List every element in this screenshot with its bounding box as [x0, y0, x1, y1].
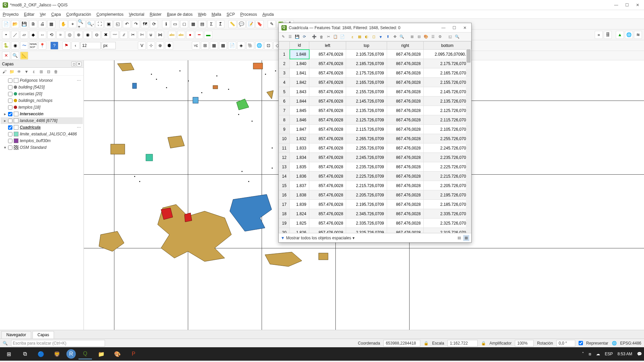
attr-table[interactable]: idlefttoprightbottom11.848857.476,00282.…: [279, 41, 471, 233]
open-project-icon[interactable]: 📂: [11, 20, 19, 28]
new-field-icon[interactable]: ⊞: [409, 34, 415, 40]
table-row[interactable]: 181.824857.476,00282.345.726,0709867.476…: [279, 209, 471, 219]
zoom-full-icon[interactable]: ⛶: [96, 20, 104, 28]
bookmark-icon[interactable]: 🔖: [256, 20, 264, 28]
layer-checkbox[interactable]: [8, 125, 12, 130]
move-feature-icon[interactable]: ↔: [38, 31, 46, 39]
attr-scrollbar[interactable]: [466, 49, 471, 233]
rot-field[interactable]: 0,0 °: [556, 340, 575, 347]
snap-icon[interactable]: ⊹: [147, 42, 155, 50]
qgis-task-icon[interactable]: Q: [78, 349, 92, 359]
label-poly-icon[interactable]: ▬: [204, 31, 212, 39]
row-header[interactable]: 5: [279, 87, 290, 97]
dropbox-icon[interactable]: ⧈: [589, 352, 591, 356]
save-icon[interactable]: 💾: [20, 20, 28, 28]
layout-manager-icon[interactable]: ▦: [47, 20, 55, 28]
remove-icon[interactable]: 🗑: [53, 69, 59, 75]
amp-field[interactable]: 100%: [515, 340, 534, 347]
row-header[interactable]: 18: [279, 209, 290, 219]
add-ring-icon[interactable]: ◎: [65, 31, 73, 39]
panel-float-icon[interactable]: ◻: [71, 62, 76, 66]
zoom-last-icon[interactable]: ↶: [123, 20, 131, 28]
lock-icon[interactable]: 🔒: [481, 341, 486, 346]
label-point-icon[interactable]: ●: [186, 31, 194, 39]
menu-ver[interactable]: Ver: [40, 12, 46, 17]
merge-attr-icon[interactable]: ⋈: [156, 31, 164, 39]
col-left[interactable]: left: [309, 42, 346, 50]
attr-close-button[interactable]: ✕: [463, 25, 467, 30]
fill-ring-icon[interactable]: ◉: [84, 31, 92, 39]
pan-to-selected-icon[interactable]: ✥: [392, 34, 398, 40]
row-header[interactable]: 15: [279, 181, 290, 190]
row-header[interactable]: 12: [279, 153, 290, 162]
powerpoint-icon[interactable]: P: [127, 349, 140, 359]
table-row[interactable]: 151.837857.476,00282.215.726,0709867.476…: [279, 181, 471, 190]
label-line-icon[interactable]: ━: [195, 31, 203, 39]
rotate-feature-icon[interactable]: ⟲: [47, 31, 55, 39]
menu-proyecto[interactable]: Proyecto: [3, 12, 18, 17]
row-header[interactable]: 6: [279, 97, 290, 106]
chevron-right-icon[interactable]: »: [595, 31, 603, 39]
minimize-button[interactable]: —: [614, 3, 619, 7]
attr-minimize-button[interactable]: —: [441, 25, 446, 30]
epsg-label[interactable]: EPSG:4486: [620, 341, 641, 346]
style-icon[interactable]: 🖌: [1, 69, 7, 75]
table-row[interactable]: 21.840857.476,00282.185.726,0709867.476,…: [279, 59, 471, 68]
filter-selection-icon[interactable]: ▼: [378, 34, 384, 40]
col-id[interactable]: id: [290, 42, 309, 50]
scp-rgb-icon[interactable]: ◉: [11, 42, 19, 50]
refresh-icon[interactable]: ⟳: [150, 20, 158, 28]
triangle-icon[interactable]: ▲: [616, 31, 624, 39]
zoom-out-icon[interactable]: 🔍-: [87, 20, 95, 28]
toggle-edit-icon[interactable]: ✎: [280, 34, 286, 40]
x-icon[interactable]: ✕: [2, 52, 10, 60]
add-spatialite-icon[interactable]: ◈: [237, 42, 245, 50]
attribute-table-icon[interactable]: ▤: [198, 20, 206, 28]
delete-part-icon[interactable]: ✖: [102, 31, 110, 39]
measure-icon[interactable]: 📏: [228, 20, 236, 28]
col-right[interactable]: right: [387, 42, 423, 50]
layer-checkbox[interactable]: [8, 85, 12, 89]
menu-configuración[interactable]: Configuración: [66, 12, 91, 17]
digitize-line-icon[interactable]: ／: [11, 31, 19, 39]
layer-item[interactable]: Cuadrícula⋯: [1, 124, 83, 131]
attr-search-icon[interactable]: 🔍: [454, 34, 460, 40]
split-parts-icon[interactable]: ✄: [138, 31, 146, 39]
layer-item[interactable]: limite_estadual_JALISCO_4486: [1, 131, 83, 137]
zoom-next-icon[interactable]: ↷: [132, 20, 140, 28]
layer-checkbox[interactable]: [8, 78, 12, 83]
row-header[interactable]: 9: [279, 125, 290, 134]
table-row[interactable]: 71.845857.476,00282.135.726,0709867.476,…: [279, 106, 471, 115]
select-icon[interactable]: ▭: [171, 20, 179, 28]
add-wms-icon[interactable]: 🌐: [255, 42, 263, 50]
paste-icon[interactable]: 📄: [339, 34, 345, 40]
snap2-icon[interactable]: ⊕: [156, 42, 164, 50]
layers-icon[interactable]: ≋: [634, 31, 642, 39]
attr-maximize-button[interactable]: ☐: [452, 25, 457, 30]
table-row[interactable]: 171.839857.476,00282.195.726,0709867.476…: [279, 200, 471, 209]
tray-time[interactable]: 8:53 AM: [618, 352, 632, 356]
row-header[interactable]: 16: [279, 190, 290, 200]
row-header[interactable]: 3: [279, 68, 290, 78]
deselect-icon[interactable]: ◻: [180, 20, 188, 28]
layer-checkbox[interactable]: [8, 112, 12, 116]
print-layout-icon[interactable]: 🖨: [38, 20, 46, 28]
reload-icon[interactable]: ⟳: [301, 34, 307, 40]
move-top-icon[interactable]: ⬆: [385, 34, 391, 40]
layer-checkbox[interactable]: [8, 99, 12, 103]
layer-item[interactable]: templos [18]: [1, 104, 83, 111]
pan-to-selection-icon[interactable]: ⌖: [68, 20, 76, 28]
row-header[interactable]: 17: [279, 200, 290, 209]
maximize-button[interactable]: ☐: [625, 3, 629, 7]
zoom-layer-icon[interactable]: ◱: [114, 20, 122, 28]
layer-item[interactable]: buildings_noShops: [1, 97, 83, 104]
cut-icon[interactable]: ✂: [325, 34, 331, 40]
explorer-icon[interactable]: 📁: [95, 349, 108, 359]
close-button[interactable]: ✕: [635, 3, 640, 7]
chrome-icon[interactable]: 🔵: [34, 349, 48, 359]
row-header[interactable]: 7: [279, 106, 290, 115]
scp-wave-icon[interactable]: 〜: [20, 42, 28, 50]
row-header[interactable]: 2: [279, 59, 290, 68]
table-row[interactable]: 191.825857.476,00282.335.726,0709867.476…: [279, 219, 471, 228]
copy-icon[interactable]: 📋: [332, 34, 338, 40]
